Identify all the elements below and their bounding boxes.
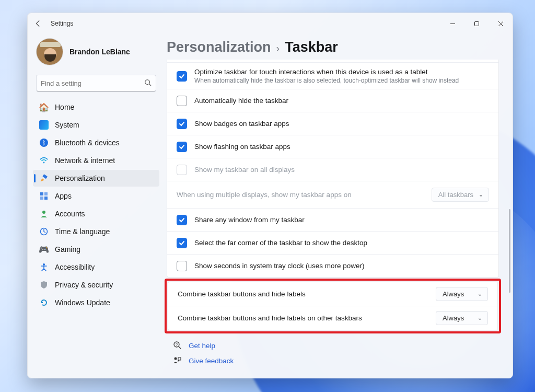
setting-label: Show badges on taskbar apps [194,120,489,128]
setting-far-corner[interactable]: Select the far corner of the taskbar to … [167,231,498,254]
setting-multi-display-target: When using multiple displays, show my ta… [167,181,498,208]
sidebar-item-accounts[interactable]: Accounts [33,205,159,222]
svg-point-10 [43,263,45,266]
svg-rect-0 [474,21,479,26]
sidebar-item-system[interactable]: System [33,117,159,133]
svg-text:?: ? [176,342,178,347]
setting-label: When using multiple displays, show my ta… [177,191,432,199]
accessibility-icon [39,262,49,272]
sidebar-item-label: Accounts [55,210,85,218]
svg-point-1 [145,79,150,84]
maximize-button[interactable] [464,15,489,32]
setting-show-badges[interactable]: Show badges on taskbar apps [167,112,498,135]
content-scroll[interactable]: Optimize taskbar for touch interactions … [165,60,513,378]
svg-point-2 [43,162,45,164]
setting-combine-other[interactable]: Combine taskbar buttons and hide labels … [168,306,497,330]
svg-rect-5 [44,192,48,195]
setting-label: Automatically hide the taskbar [194,97,489,105]
setting-auto-hide[interactable]: Automatically hide the taskbar [167,89,498,112]
get-help-link[interactable]: ? Get help [173,341,499,351]
sidebar-item-personalization[interactable]: Personalization [33,170,159,187]
sidebar-item-label: System [55,121,79,129]
app-title: Settings [49,20,73,27]
maximize-icon [474,21,480,27]
footer-links: ? Get help Give feedback [167,333,499,366]
setting-label: Combine taskbar buttons and hide labels … [178,314,436,322]
combine-main-select[interactable]: Always ⌄ [436,287,488,301]
sidebar-item-time[interactable]: Time & language [33,223,159,240]
paintbrush-icon [39,174,49,183]
help-icon: ? [173,341,182,351]
setting-combine-main[interactable]: Combine taskbar buttons and hide labels … [168,282,497,306]
multi-display-select: All taskbars ⌄ [432,188,489,202]
search-input[interactable] [41,79,144,87]
breadcrumb-root[interactable]: Personalization [167,39,271,55]
setting-show-seconds[interactable]: Show seconds in system tray clock (uses … [167,254,498,277]
sidebar-item-apps[interactable]: Apps [33,188,159,204]
setting-label: Combine taskbar buttons and hide labels [178,290,436,298]
select-value: All taskbars [438,191,473,199]
checkbox-unchecked-icon[interactable] [177,261,187,271]
sidebar-item-home[interactable]: 🏠 Home [33,99,159,116]
main-pane: Personalization › Taskbar Optimize taskb… [165,32,513,378]
checkbox-unchecked-icon[interactable] [177,96,187,106]
setting-all-displays: Show my taskbar on all displays [167,158,498,181]
behaviors-card-top: Optimize taskbar for touch interactions … [167,60,499,278]
sidebar-item-label: Apps [55,192,72,200]
checkbox-checked-icon[interactable] [177,142,187,152]
setting-label: Share any window from my taskbar [194,216,489,224]
sidebar-item-label: Windows Update [55,298,110,307]
home-icon: 🏠 [39,102,49,112]
sidebar-item-label: Accessibility [55,263,95,271]
wifi-icon [39,156,49,165]
setting-label: Show my taskbar on all displays [194,166,489,174]
scrollbar-thumb[interactable] [509,209,510,293]
titlebar: Settings [28,13,513,32]
arrow-left-icon [34,20,42,27]
combine-buttons-card: Combine taskbar buttons and hide labels … [168,282,498,330]
breadcrumb: Personalization › Taskbar [165,32,513,60]
profile[interactable]: Brandon LeBlanc [33,34,159,73]
checkbox-checked-icon[interactable] [177,119,187,129]
sidebar-item-accessibility[interactable]: Accessibility [33,259,159,275]
settings-window: Settings Brandon LeBlanc [27,13,513,378]
user-name: Brandon LeBlanc [69,48,130,56]
chevron-down-icon: ⌄ [478,291,482,297]
setting-label: Show seconds in system tray clock (uses … [194,262,489,270]
setting-label: Select the far corner of the taskbar to … [194,239,489,247]
close-icon [498,21,504,27]
checkbox-checked-icon[interactable] [177,215,187,225]
system-icon [39,120,49,130]
sidebar-item-privacy[interactable]: Privacy & security [33,276,159,293]
select-value: Always [443,290,464,298]
close-button[interactable] [489,15,513,32]
give-feedback-link[interactable]: Give feedback [173,356,499,366]
sidebar-item-network[interactable]: Network & internet [33,152,159,169]
setting-optimize-touch[interactable]: Optimize taskbar for touch interactions … [167,63,498,89]
checkbox-disabled-icon [177,165,187,175]
combine-other-select[interactable]: Always ⌄ [436,311,488,325]
setting-show-flashing[interactable]: Show flashing on taskbar apps [167,135,498,158]
checkbox-checked-icon[interactable] [177,71,187,82]
checkbox-checked-icon[interactable] [177,238,187,248]
setting-share-window[interactable]: Share any window from my taskbar [167,208,498,231]
sidebar-item-label: Gaming [55,245,80,253]
shield-icon [39,280,49,290]
svg-rect-6 [40,197,43,200]
back-button[interactable] [28,20,49,27]
sidebar-item-gaming[interactable]: 🎮 Gaming [33,241,159,258]
svg-rect-4 [40,192,43,195]
svg-rect-3 [42,174,48,179]
chevron-down-icon: ⌄ [478,315,482,321]
sidebar-item-label: Bluetooth & devices [55,139,120,147]
minimize-button[interactable] [440,15,464,32]
sidebar-item-label: Network & internet [55,156,115,165]
sidebar-item-bluetooth[interactable]: ᛒ Bluetooth & devices [33,134,159,151]
apps-icon [39,191,49,201]
search-box[interactable] [36,75,156,91]
highlight-annotation: Combine taskbar buttons and hide labels … [165,279,501,333]
sidebar-item-label: Home [55,103,74,111]
sidebar-item-update[interactable]: Windows Update [33,294,159,311]
sidebar-item-label: Privacy & security [55,281,113,289]
feedback-icon [173,356,182,366]
